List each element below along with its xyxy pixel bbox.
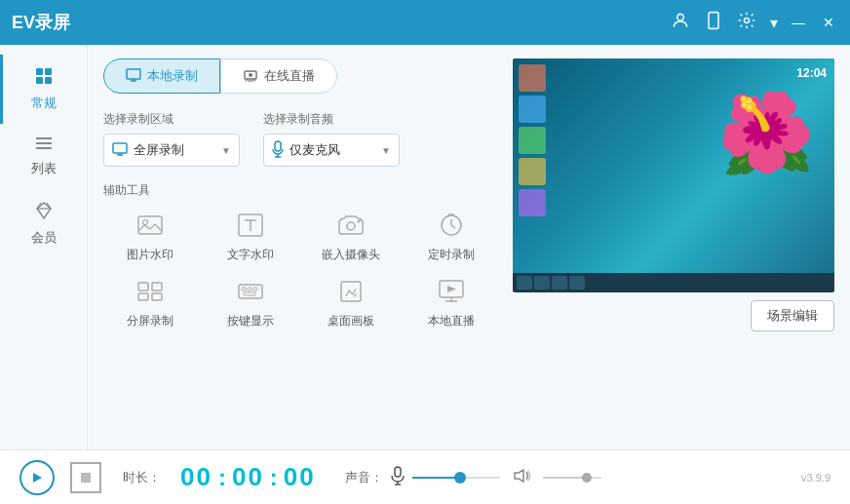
sidebar: 常规 列表 会员 [0, 45, 88, 449]
time-sep-1: : [218, 464, 226, 491]
svg-rect-45 [253, 288, 257, 291]
time-ss: 00 [284, 462, 316, 492]
tool-camera[interactable]: 嵌入摄像头 [304, 209, 397, 263]
time-mm: 00 [232, 462, 264, 492]
time-hh: 00 [180, 462, 212, 492]
taskbar-item-4 [569, 276, 585, 290]
audio-select-value: 仅麦克风 [290, 141, 375, 159]
bottom-bar: 时长： 00 : 00 : 00 声音： [0, 449, 850, 504]
sidebar-membership-label: 会员 [31, 229, 57, 247]
diamond-icon [34, 201, 54, 225]
stop-button[interactable] [70, 462, 101, 493]
image-watermark-icon [132, 209, 169, 242]
volume-slider[interactable] [412, 477, 500, 479]
slider-thumb[interactable] [454, 472, 466, 484]
preview-clock: 12:04 [796, 66, 827, 80]
titlebar: EV录屏 ▾ — ✕ [0, 0, 850, 45]
area-settings-label: 选择录制区域 [103, 111, 240, 128]
desktop-icon-3 [519, 127, 546, 154]
timer-label: 定时录制 [428, 247, 475, 263]
tool-text-watermark[interactable]: 文字水印 [204, 209, 296, 263]
desktop-icon-4 [519, 158, 546, 185]
svg-rect-44 [248, 288, 251, 291]
minimize-button[interactable]: — [788, 13, 809, 32]
audio-select-arrow: ▼ [381, 145, 391, 156]
tools-label: 辅助工具 [103, 182, 497, 199]
svg-rect-54 [395, 467, 401, 477]
time-sep-2: : [270, 464, 278, 491]
monitor-select-icon [112, 142, 128, 159]
tab-online[interactable]: 在线直播 [220, 58, 337, 94]
tool-local-live[interactable]: 本地直播 [405, 275, 497, 330]
window-controls: — ✕ [788, 13, 838, 32]
text-watermark-icon [232, 209, 269, 242]
preview-screen: 12:04 [513, 58, 834, 292]
desktop-icon-2 [519, 96, 546, 123]
monitor-play-icon [433, 275, 470, 308]
mobile-icon[interactable] [704, 11, 723, 34]
svg-rect-15 [127, 69, 140, 79]
svg-rect-24 [275, 141, 281, 151]
key-display-label: 按键显示 [227, 313, 274, 330]
tool-timer[interactable]: 定时录制 [405, 209, 497, 263]
settings-row: 选择录制区域 全屏录制 ▼ 选择录制音 [103, 111, 497, 167]
sidebar-item-membership[interactable]: 会员 [0, 189, 87, 258]
slider-fill [412, 477, 461, 479]
user-icon[interactable] [671, 11, 690, 34]
left-panel: 本地录制 在线直播 选择录制 [103, 58, 497, 436]
gear-icon[interactable] [737, 11, 756, 34]
master-slider-thumb[interactable] [582, 473, 592, 483]
svg-rect-43 [242, 288, 246, 291]
svg-point-33 [357, 220, 360, 223]
mic-volume-icon [391, 466, 405, 489]
svg-rect-53 [81, 473, 91, 483]
svg-line-36 [451, 225, 455, 228]
duration-label: 时长： [123, 469, 161, 486]
sidebar-item-general[interactable]: 常规 [0, 55, 87, 124]
area-select[interactable]: 全屏录制 ▼ [103, 134, 240, 167]
preview-panel: 12:04 [513, 58, 834, 436]
monitor-icon [126, 68, 141, 85]
play-button[interactable] [19, 460, 55, 495]
content-area: 本地录制 在线直播 选择录制 [88, 45, 850, 449]
tab-local[interactable]: 本地录制 [103, 58, 220, 94]
svg-rect-21 [113, 143, 127, 153]
tools-grid: 图片水印 文字水印 [103, 209, 497, 330]
tool-key-display[interactable]: 按键显示 [204, 275, 296, 330]
grid-icon [34, 66, 54, 91]
camera-icon [332, 209, 369, 242]
desktop-simulation: 12:04 [513, 58, 834, 292]
svg-marker-49 [447, 286, 456, 292]
svg-point-32 [347, 222, 355, 230]
audio-select[interactable]: 仅麦克风 ▼ [263, 134, 400, 167]
sidebar-item-list[interactable]: 列表 [0, 124, 87, 189]
taskbar-item-2 [534, 276, 550, 290]
sidebar-general-label: 常规 [31, 95, 57, 112]
dropdown-icon[interactable]: ▾ [770, 14, 778, 32]
taskbar-item-1 [517, 276, 532, 290]
master-volume-slider[interactable] [543, 477, 601, 479]
tab-local-label: 本地录制 [147, 67, 198, 85]
tool-image-watermark[interactable]: 图片水印 [103, 209, 196, 263]
area-select-value: 全屏录制 [134, 141, 215, 159]
tabs: 本地录制 在线直播 [103, 58, 497, 94]
flower-decoration [717, 88, 815, 205]
svg-rect-1 [709, 13, 718, 29]
svg-rect-40 [138, 293, 148, 300]
tool-split-screen[interactable]: 分屏录制 [103, 275, 196, 330]
svg-rect-27 [138, 216, 162, 234]
svg-rect-4 [36, 68, 43, 75]
close-button[interactable]: ✕ [819, 13, 838, 32]
local-live-label: 本地直播 [428, 313, 475, 330]
svg-marker-57 [515, 470, 523, 482]
svg-rect-7 [45, 77, 52, 84]
text-watermark-label: 文字水印 [227, 247, 274, 263]
svg-point-19 [249, 73, 252, 77]
tool-desktop-canvas[interactable]: 桌面画板 [304, 275, 397, 330]
audio-settings: 选择录制音频 仅麦克风 ▼ [263, 111, 400, 167]
taskbar-item-3 [552, 276, 567, 290]
master-slider-fill [543, 477, 587, 479]
image-watermark-label: 图片水印 [127, 247, 174, 263]
svg-marker-52 [33, 473, 42, 483]
scene-edit-button[interactable]: 场景编辑 [751, 300, 834, 331]
